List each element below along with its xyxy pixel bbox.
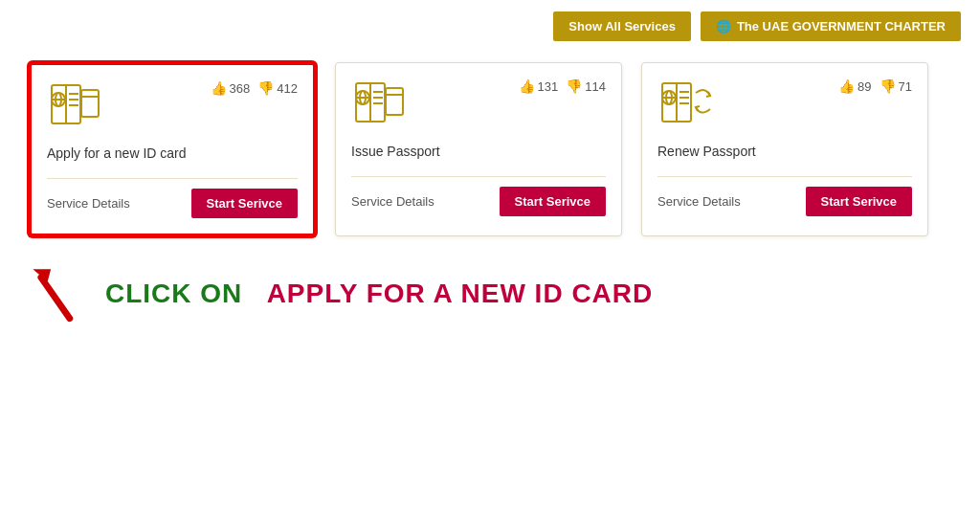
start-service-button[interactable]: Start Serivce [191,189,299,218]
annotation-area: CLICK ON APPLY FOR A NEW ID CARD [0,246,980,342]
card-title: Issue Passport [351,144,606,159]
header: Show All Services 🌐 The UAE GOVERNMENT C… [0,0,980,53]
vote-area: 👍 368 👎 412 [211,80,298,96]
card-issue-passport: 👍 131 👎 114 Issue Passport Service Detai… [335,62,622,236]
card-footer: Service Details Start Serivce [657,176,912,216]
thumbs-down-icon: 👎 [257,80,274,96]
passport-icon [351,78,409,130]
arrow-icon [29,265,86,323]
click-on-text: CLICK ON [105,279,242,308]
card-title: Renew Passport [657,144,912,159]
vote-area: 👍 89 👎 71 [838,78,912,94]
svg-rect-8 [81,90,99,117]
show-all-button[interactable]: Show All Services [553,11,691,41]
service-details-link[interactable]: Service Details [351,194,434,209]
dislike-count: 👎 412 [257,80,298,96]
vote-area: 👍 131 👎 114 [519,78,606,94]
like-count: 👍 131 [519,78,559,94]
card-title: Apply for a new ID card [47,145,298,161]
id-card-icon [47,80,104,132]
svg-rect-18 [386,88,403,115]
card-renew-passport: 👍 89 👎 71 Renew Passport Service Details… [641,62,928,236]
svg-line-29 [41,278,70,319]
thumbs-down-icon: 👎 [880,78,896,94]
thumbs-up-icon: 👍 [838,78,855,94]
like-count: 👍 368 [211,80,251,96]
annotation-text: CLICK ON APPLY FOR A NEW ID CARD [105,279,653,309]
start-service-button[interactable]: Start Serivce [806,187,913,216]
globe-icon: 🌐 [716,19,731,33]
thumbs-up-icon: 👍 [211,80,227,96]
card-top: 👍 89 👎 71 [657,78,912,130]
card-footer: Service Details Start Serivce [47,178,298,218]
card-new-id-card[interactable]: 👍 368 👎 412 Apply for a new ID card Serv… [29,62,316,236]
start-service-button[interactable]: Start Serivce [500,187,607,216]
like-count: 👍 89 [838,78,871,94]
service-name-text: APPLY FOR A NEW ID CARD [267,279,654,308]
dislike-count: 👎 71 [880,78,912,94]
card-top: 👍 131 👎 114 [351,78,606,130]
cards-container: 👍 368 👎 412 Apply for a new ID card Serv… [0,53,980,246]
charter-button[interactable]: 🌐 The UAE GOVERNMENT CHARTER [701,11,961,41]
thumbs-down-icon: 👎 [566,78,582,94]
service-details-link[interactable]: Service Details [47,196,130,211]
thumbs-up-icon: 👍 [519,78,535,94]
card-footer: Service Details Start Serivce [351,176,606,216]
dislike-count: 👎 114 [566,78,606,94]
card-top: 👍 368 👎 412 [47,80,298,132]
service-details-link[interactable]: Service Details [657,194,741,209]
renew-passport-icon [657,78,715,130]
